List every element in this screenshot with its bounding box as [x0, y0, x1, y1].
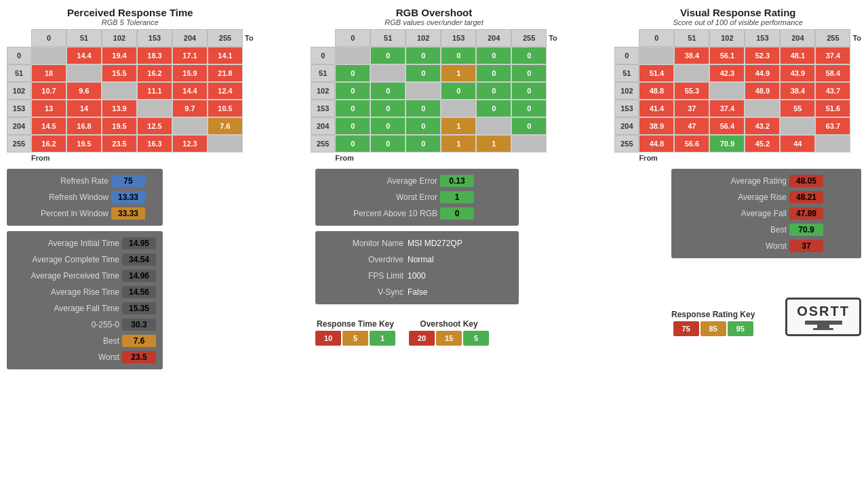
prt-cell-5-5: [208, 135, 243, 152]
avg-error-block: Average Error 0.13 Worst Error 1 Percent…: [315, 169, 519, 226]
best-timing-value: 7.6: [122, 335, 156, 347]
refresh-block: Refresh Rate 75 Refresh Window 13.33 Per…: [7, 169, 163, 226]
prt-cell-4-1: 16.8: [66, 117, 102, 135]
osrtt-base: [813, 328, 833, 330]
zero-255-value: 30.3: [122, 319, 156, 331]
avg-rating-value: 48.05: [789, 175, 823, 187]
zero-255-label: 0-255-0: [14, 320, 119, 329]
prt-row-255: 255: [7, 135, 31, 152]
prt-cell-0-0: [31, 47, 66, 64]
prt-cell-3-5: 10.5: [208, 100, 243, 117]
rt-key-1: 1: [370, 331, 395, 346]
prt-cell-3-4: 9.7: [172, 100, 208, 117]
rr-key-85: 85: [701, 321, 726, 336]
prt-col-51: 51: [66, 29, 102, 47]
vrr-from-label: From: [639, 154, 658, 162]
avg-rise-value: 14.56: [122, 286, 156, 298]
prt-cell-4-5: 7.6: [208, 117, 243, 135]
avg-rating-block: Average Rating 48.05 Average Rise 48.21 …: [671, 169, 861, 258]
keys-row: Response Time Key 10 5 1 Overshoot Key 2…: [315, 312, 519, 346]
rgb-matrix: 0 51 102 153 204 255 To 0 0 0 0 0 0: [311, 29, 557, 162]
avg-rise-rating-value: 48.21: [789, 191, 823, 203]
osrtt-logo: OSRTT: [785, 298, 861, 336]
prt-row-153: 153: [7, 100, 31, 117]
rr-key-75: 75: [673, 321, 699, 336]
prt-cell-1-2: 15.5: [102, 64, 137, 82]
rgb-subtitle: RGB values over/under target: [384, 18, 484, 26]
avg-fall-rating-value: 47.89: [789, 207, 823, 220]
prt-cell-4-0: 14.5: [31, 117, 66, 135]
rgb-to-label: To: [549, 34, 557, 42]
monitor-block: Monitor Name MSI MD272QP Overdrive Norma…: [315, 231, 519, 304]
refresh-rate-label: Refresh Rate: [14, 176, 108, 186]
avg-fall-label: Average Fall Time: [14, 304, 119, 313]
prt-cell-2-0: 10.7: [31, 82, 66, 100]
avg-complete-label: Average Complete Time: [14, 255, 119, 264]
avg-rating-label: Average Rating: [678, 176, 787, 186]
vrr-subtitle: Score out of 100 of visible performance: [673, 18, 802, 26]
vsync-label: V-Sync: [322, 287, 403, 297]
prt-cell-3-3: [137, 100, 172, 117]
rt-key-title: Response Time Key: [317, 319, 394, 329]
worst-rating-value: 37: [789, 240, 823, 252]
percent-above-label: Percent Above 10 RGB: [322, 209, 437, 218]
prt-title: Perceived Response Time: [67, 7, 193, 18]
prt-section: Perceived Response Time RGB 5 Tolerance …: [7, 7, 254, 162]
vsync-value: False: [408, 287, 427, 297]
os-key-15: 15: [436, 331, 462, 346]
rr-key-title: Response Rating Key: [671, 310, 755, 319]
prt-cell-2-4: 14.4: [172, 82, 208, 100]
vrr-title: Visual Response Rating: [680, 7, 796, 18]
prt-cell-5-0: 16.2: [31, 135, 66, 152]
prt-cell-5-3: 16.3: [137, 135, 172, 152]
prt-matrix: 0 51 102 153 204 255 To 0 14.4 19.4 18.3…: [7, 29, 254, 162]
worst-timing-value: 23.5: [122, 351, 156, 363]
prt-row-0: 0: [7, 47, 31, 64]
avg-fall-rating-label: Average Fall: [678, 209, 787, 218]
os-key-20: 20: [409, 331, 435, 346]
prt-from-label: From: [31, 154, 50, 162]
monitor-name-value: MSI MD272QP: [408, 239, 462, 248]
prt-col-255: 255: [208, 29, 243, 47]
prt-cell-1-0: 18: [31, 64, 66, 82]
prt-cell-3-1: 14: [66, 100, 102, 117]
os-key-title: Overshoot Key: [420, 319, 477, 329]
rt-key-5: 5: [342, 331, 368, 346]
fps-limit-label: FPS Limit: [322, 271, 403, 281]
prt-row-51: 51: [7, 64, 31, 82]
worst-rating-label: Worst: [678, 241, 787, 251]
prt-cell-4-3: 12.5: [137, 117, 172, 135]
vrr-to-label: To: [852, 34, 861, 42]
percent-above-value: 0: [440, 207, 474, 220]
percent-window-label: Percent in Window: [14, 209, 108, 218]
prt-col-0: 0: [31, 29, 66, 47]
overdrive-label: Overdrive: [322, 255, 403, 264]
osrtt-text: OSRTT: [797, 304, 850, 319]
overshoot-key: Overshoot Key 20 15 5: [409, 319, 489, 346]
overdrive-value: Normal: [408, 255, 434, 264]
prt-cell-5-2: 23.5: [102, 135, 137, 152]
prt-cell-1-3: 16.2: [137, 64, 172, 82]
rr-key-95: 95: [728, 321, 753, 336]
rt-key-10: 10: [315, 331, 341, 346]
refresh-rate-value: 75: [111, 175, 145, 187]
avg-rise-label: Average Rise Time: [14, 287, 119, 297]
prt-cell-0-2: 19.4: [102, 47, 137, 64]
percent-window-value: 33.33: [111, 207, 145, 220]
prt-cell-0-5: 14.1: [208, 47, 243, 64]
prt-cell-1-1: [66, 64, 102, 82]
monitor-name-label: Monitor Name: [322, 239, 403, 248]
worst-timing-label: Worst: [14, 352, 119, 362]
vrr-section: Visual Response Rating Score out of 100 …: [614, 7, 861, 162]
avg-initial-value: 14.95: [122, 237, 156, 249]
rgb-from-label: From: [335, 154, 354, 162]
avg-fall-value: 15.35: [122, 302, 156, 314]
prt-to-label: To: [245, 34, 254, 42]
prt-cell-0-3: 18.3: [137, 47, 172, 64]
prt-subtitle: RGB 5 Tolerance: [102, 18, 159, 26]
prt-cell-1-4: 15.9: [172, 64, 208, 82]
best-rating-label: Best: [678, 225, 787, 235]
refresh-window-label: Refresh Window: [14, 192, 108, 202]
refresh-rate-row: Refresh Rate 75: [14, 173, 156, 189]
prt-col-153: 153: [137, 29, 172, 47]
